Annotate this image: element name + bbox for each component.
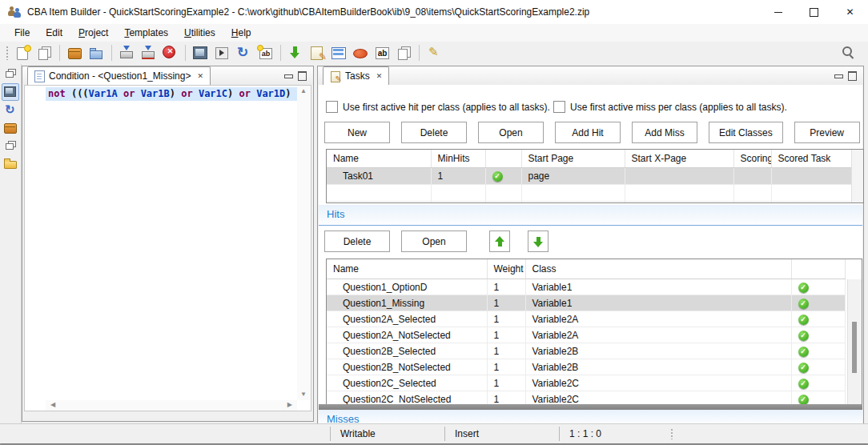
rename-ab-icon[interactable] [256,44,275,62]
refresh-icon[interactable] [235,44,253,62]
condition-editor[interactable]: not (((Var1A or Var1B) or Var1C) or Var1… [24,85,311,411]
maximize-button[interactable] [796,0,832,24]
tasks-table-scrollbar[interactable] [851,150,863,202]
tasks-table[interactable]: NameMinHitsStart PageStart X-PageScoring… [326,149,864,203]
hit-delete-button[interactable]: Delete [324,231,390,252]
column-header-weight[interactable]: Weight [487,259,525,279]
scroll-left-icon[interactable]: ◀ [50,402,55,408]
text-ab-icon[interactable] [373,44,392,62]
code-token: or [181,88,192,99]
restore-view-icon[interactable] [2,66,18,82]
table-row[interactable]: Question2C_Selected1Variable2C✓ [327,375,845,391]
layout-bars-icon[interactable] [330,44,348,62]
table-row[interactable]: Question2B_Selected1Variable2B✓ [327,343,845,359]
toolbar-separator [419,45,420,61]
table-row[interactable]: Question2B_NotSelected1Variable2B✓ [327,359,845,375]
menu-utilities[interactable]: Utilities [176,26,223,40]
editor-vscrollbar[interactable]: ▲ ▼ [297,86,311,400]
column-header-name[interactable]: Name [327,150,431,168]
ok-check-icon: ✓ [798,331,809,341]
duplicate-item-icon[interactable] [35,44,54,62]
edit-notes-icon[interactable] [308,44,327,62]
task-open-button[interactable]: Open [478,122,544,143]
hits-table-scrollbar[interactable] [847,279,862,405]
item-archive-icon[interactable] [2,120,18,136]
panel-minimize-icon[interactable] [834,74,843,78]
task-buttons-row: NewDeleteOpenAdd HitAdd MissEdit Classes… [324,122,856,143]
panel-maximize-icon[interactable] [298,71,307,81]
tab-close-icon[interactable]: ✕ [376,72,383,80]
copy-pages-icon[interactable] [395,44,413,62]
tab-condition[interactable]: Condition - <Question1_Missing> ✕ [27,66,211,85]
column-header-scoring[interactable]: Scoring [733,150,771,168]
table-row[interactable]: Question2A_Selected1Variable2A✓ [327,311,845,327]
close-button[interactable]: ✕ [832,0,868,24]
media-browser-icon[interactable] [2,83,19,101]
restore-view-icon[interactable] [2,138,18,154]
column-header-scored-task[interactable]: Scored Task [771,150,851,168]
task-edit-classes-button[interactable]: Edit Classes [709,122,783,143]
use-first-hit-checkbox[interactable] [326,101,338,113]
import-check-icon[interactable] [139,44,158,62]
panel-maximize-icon[interactable] [848,71,857,81]
search-button[interactable] [841,45,855,62]
code-line[interactable]: not (((Var1A or Var1B) or Var1C) or Var1… [46,87,297,101]
menu-templates[interactable]: Templates [116,26,176,40]
table-cell: Variable2B [525,343,791,359]
column-header-name[interactable]: Name [327,259,487,279]
table-cell [625,185,733,202]
table-row[interactable]: Question1_Missing1Variable1✓ [327,295,845,311]
scrollbar-thumb[interactable] [852,322,857,373]
scroll-up-icon[interactable]: ▲ [300,88,307,94]
green-down-arrow-icon[interactable] [287,44,305,62]
menu-help[interactable]: Help [223,26,259,40]
new-item-icon[interactable] [14,44,32,62]
scroll-right-icon[interactable]: ▶ [287,402,292,408]
menu-project[interactable]: Project [70,26,116,40]
import-download-icon[interactable] [118,44,136,62]
hits-table[interactable]: NameWeightClassQuestion1_OptionD1Variabl… [326,259,862,406]
editor-hscrollbar[interactable]: ◀ ▶ [46,400,297,411]
task-new-button[interactable]: New [324,122,390,143]
column-header-blank[interactable] [485,150,521,168]
cancel-icon[interactable] [161,44,179,62]
minimize-button[interactable] [760,0,796,24]
column-header-start-x-page[interactable]: Start X-Page [625,150,733,168]
hits-misses-splitter[interactable] [319,404,862,410]
menu-edit[interactable]: Edit [38,26,70,40]
save-item-icon[interactable] [87,44,106,62]
menu-file[interactable]: File [6,26,38,40]
scroll-down-icon[interactable]: ▼ [300,391,307,398]
tasks-content: Use first active hit per class (applies … [319,85,862,423]
use-first-miss-checkbox[interactable] [553,101,565,113]
refresh-view-icon[interactable] [2,102,18,118]
task-delete-button[interactable]: Delete [401,122,467,143]
hit-move-up-button[interactable] [489,231,510,252]
column-header-class[interactable]: Class [525,259,791,279]
tab-close-icon[interactable]: ✕ [197,72,203,80]
hit-open-button[interactable]: Open [401,231,467,252]
task-preview-button[interactable]: Preview [794,122,860,143]
open-archive-icon[interactable] [66,44,84,62]
column-header-minhits[interactable]: MinHits [431,150,485,168]
table-row[interactable]: Question2A_NotSelected1Variable2A✓ [327,327,845,343]
table-cell [771,202,851,204]
hit-move-down-button[interactable] [528,231,549,252]
table-cell: 1 [431,168,485,185]
folder-icon[interactable] [2,155,18,171]
forward-icon[interactable] [213,44,231,62]
browse-media-icon[interactable] [191,44,210,62]
ellipse-tool-icon[interactable] [352,44,370,62]
task-add-miss-button[interactable]: Add Miss [632,122,697,143]
panel-minimize-icon[interactable] [284,74,293,78]
tab-tasks[interactable]: Tasks ✕ [323,66,389,85]
column-header-start-page[interactable]: Start Page [521,150,625,168]
use-first-miss-row: Use first active miss per class (applies… [553,101,787,113]
table-row[interactable]: Question1_OptionD1Variable1✓ [327,279,845,295]
highlighter-icon[interactable] [425,44,444,62]
column-header-blank[interactable] [791,259,845,279]
task-add-hit-button[interactable]: Add Hit [555,122,621,143]
table-row[interactable]: Task011✓page [327,168,851,185]
table-cell: Variable2C [525,375,791,391]
toolbar-grip[interactable] [6,46,10,60]
